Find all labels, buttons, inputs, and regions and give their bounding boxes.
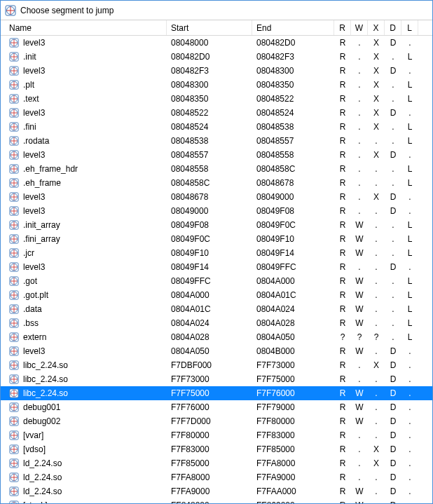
segment-row[interactable]: .jcr08049F1008049F14RW..L [1, 246, 432, 260]
segment-icon [9, 416, 19, 426]
flag-x: X [368, 122, 385, 132]
segment-row[interactable]: level30804867808049000R.XD. [1, 190, 432, 204]
flag-w: . [351, 430, 368, 440]
flag-l: . [401, 444, 418, 454]
segment-row[interactable]: ld_2.24.soF7FA9000F7FAA000RW.D. [1, 484, 432, 498]
segment-row[interactable]: level308049F1408049FFCR..D. [1, 260, 432, 274]
app-icon [5, 5, 16, 16]
flag-w: . [351, 444, 368, 454]
segment-row[interactable]: .plt0804830008048350R.X.L [1, 78, 432, 92]
flag-w: . [351, 192, 368, 202]
segment-row[interactable]: level30804900008049F08R..D. [1, 204, 432, 218]
segment-end: 080482F3 [252, 52, 334, 62]
segment-row[interactable]: level3080482F308048300R.XD. [1, 64, 432, 78]
flag-w: . [351, 360, 368, 370]
segment-row[interactable]: level308048000080482D0R.XD. [1, 36, 432, 50]
segment-row[interactable]: level30804852208048524R.XD. [1, 106, 432, 120]
segment-end: 08049FFC [252, 262, 334, 272]
flag-x: . [368, 318, 385, 328]
segment-name: .plt [23, 80, 34, 90]
segment-row[interactable]: .fini0804852408048538R.X.L [1, 120, 432, 134]
segment-row[interactable]: libc_2.24.soF7F73000F7F75000R..D. [1, 372, 432, 386]
col-header-end[interactable]: End [252, 20, 334, 35]
segment-row[interactable]: libc_2.24.soF7DBF000F7F73000R.XD. [1, 358, 432, 372]
segment-row[interactable]: .eh_frame_hdr080485580804858CR...L [1, 162, 432, 176]
segment-row[interactable]: .init080482D0080482F3R.X.L [1, 50, 432, 64]
flag-x: ? [368, 332, 385, 342]
segment-row[interactable]: [vvar]F7F80000F7F83000R..D. [1, 428, 432, 442]
segment-icon [9, 192, 19, 202]
flag-l: L [401, 290, 418, 300]
col-header-l[interactable]: L [401, 20, 418, 35]
segment-row[interactable]: [vdso]F7F83000F7F85000R.XD. [1, 442, 432, 456]
window-title: Choose segment to jump [20, 6, 114, 15]
flag-d: D [385, 150, 401, 160]
segment-end: 08048350 [252, 80, 334, 90]
flag-r: R [334, 444, 351, 454]
flag-w: . [351, 80, 368, 90]
segment-name: .jcr [23, 248, 34, 258]
segment-start: 08048000 [167, 38, 252, 48]
flag-d: D [385, 360, 401, 370]
flag-r: R [334, 500, 351, 504]
segment-row[interactable]: extern0804A0280804A050???.L [1, 330, 432, 344]
col-header-w[interactable]: W [351, 20, 368, 35]
segment-row[interactable]: level30804A0500804B000RW.D. [1, 344, 432, 358]
flag-r: R [334, 178, 351, 188]
segment-icon [9, 52, 19, 62]
flag-l: . [401, 262, 418, 272]
flag-r: R [334, 290, 351, 300]
flag-w: W [351, 388, 368, 398]
flag-d: D [385, 430, 401, 440]
segment-name: [stack] [23, 500, 48, 504]
segment-name: libc_2.24.so [23, 360, 68, 370]
col-header-x[interactable]: X [368, 20, 385, 35]
col-header-d[interactable]: D [385, 20, 401, 35]
segment-row[interactable]: .data0804A01C0804A024RW..L [1, 302, 432, 316]
segment-start: 08049F14 [167, 262, 252, 272]
segment-row[interactable]: ld_2.24.soF7F85000F7FA8000R.XD. [1, 456, 432, 470]
segment-start: 0804A01C [167, 304, 252, 314]
flag-d: D [385, 262, 401, 272]
segment-row[interactable]: .got08049FFC0804A000RW..L [1, 274, 432, 288]
segment-row[interactable]: debug002F7F7D000F7F80000RW.D. [1, 414, 432, 428]
col-header-start[interactable]: Start [167, 20, 252, 35]
segment-row[interactable]: ld_2.24.soF7FA8000F7FA9000R..D. [1, 470, 432, 484]
flag-r: R [334, 94, 351, 104]
segment-row[interactable]: .fini_array08049F0C08049F10RW..L [1, 232, 432, 246]
flag-l: . [401, 402, 418, 412]
segment-row[interactable]: .got.plt0804A0000804A01CRW..L [1, 288, 432, 302]
flag-x: . [368, 164, 385, 174]
col-header-r[interactable]: R [334, 20, 351, 35]
flag-x: . [368, 234, 385, 244]
segment-row[interactable]: .bss0804A0240804A028RW..L [1, 316, 432, 330]
segment-row[interactable]: .eh_frame0804858C08048678R...L [1, 176, 432, 190]
flag-d: . [385, 80, 401, 90]
flag-d: D [385, 416, 401, 426]
segment-name: extern [23, 332, 46, 342]
flag-l: L [401, 94, 418, 104]
segment-row[interactable]: libc_2.24.soF7F75000F7F76000RW.D. [1, 386, 432, 400]
flag-d: . [385, 332, 401, 342]
segment-name: .fini_array [23, 234, 60, 244]
segment-row[interactable]: level30804855708048558R.XD. [1, 148, 432, 162]
flag-d: . [385, 276, 401, 286]
segment-icon [9, 458, 19, 468]
col-header-name[interactable]: Name [1, 20, 167, 35]
segment-row[interactable]: [stack]FF848000FF869000RW.D. [1, 498, 432, 504]
segment-row[interactable]: .init_array08049F0808049F0CRW..L [1, 218, 432, 232]
flag-d: D [385, 206, 401, 216]
segment-end: 0804A000 [252, 276, 334, 286]
flag-r: ? [334, 332, 351, 342]
segment-row[interactable]: .rodata0804853808048557R...L [1, 134, 432, 148]
flag-r: R [334, 374, 351, 384]
segment-start: 08048538 [167, 136, 252, 146]
flag-r: R [334, 276, 351, 286]
segment-name: debug001 [23, 402, 60, 412]
segment-list[interactable]: level308048000080482D0R.XD..init080482D0… [1, 36, 432, 504]
flag-w: . [351, 150, 368, 160]
segment-row[interactable]: debug001F7F76000F7F79000RW.D. [1, 400, 432, 414]
flag-d: . [385, 290, 401, 300]
segment-row[interactable]: .text0804835008048522R.X.L [1, 92, 432, 106]
segment-end: 0804A01C [252, 290, 334, 300]
